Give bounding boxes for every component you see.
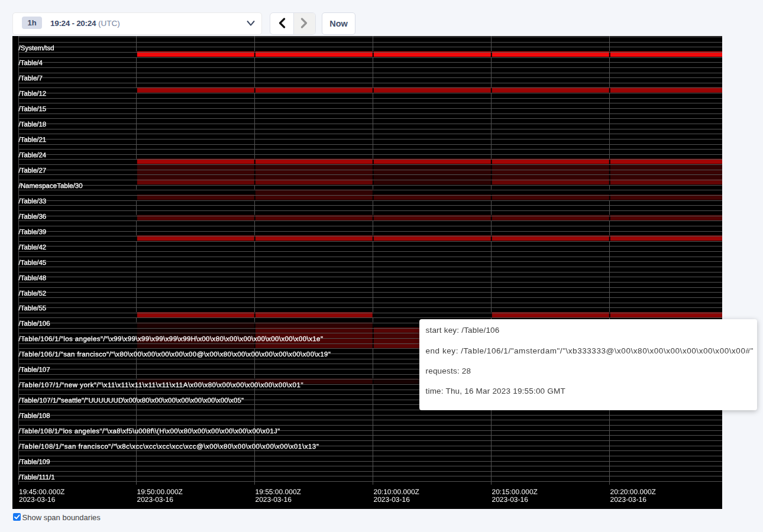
svg-text:2023-03-16: 2023-03-16 — [137, 495, 174, 504]
svg-text:2023-03-16: 2023-03-16 — [19, 495, 56, 504]
svg-text:2023-03-16: 2023-03-16 — [256, 495, 292, 504]
svg-text:/Table/33: /Table/33 — [19, 198, 47, 205]
svg-text:20:10:00.000Z: 20:10:00.000Z — [374, 488, 419, 496]
svg-text:/Table/15: /Table/15 — [19, 106, 47, 113]
svg-text:20:20:00.000Z: 20:20:00.000Z — [610, 488, 656, 496]
svg-text:2023-03-16: 2023-03-16 — [492, 495, 529, 504]
svg-text:/Table/18: /Table/18 — [19, 121, 47, 128]
svg-text:2023-03-16: 2023-03-16 — [610, 495, 647, 504]
svg-text:/Table/108: /Table/108 — [19, 413, 50, 420]
svg-text:/Table/111/1: /Table/111/1 — [19, 474, 55, 481]
svg-text:/Table/36: /Table/36 — [19, 213, 47, 220]
svg-text:/Table/107/1/"new york"/"\x11\: /Table/107/1/"new york"/"\x11\x11\x11\x1… — [19, 382, 303, 389]
svg-text:/Table/106: /Table/106 — [19, 320, 50, 327]
svg-text:/Table/42: /Table/42 — [19, 244, 47, 251]
svg-text:20:15:00.000Z: 20:15:00.000Z — [492, 488, 538, 496]
svg-text:/Table/108/1/"san francisco"/": /Table/108/1/"san francisco"/"\x8c\xcc\x… — [19, 443, 319, 450]
svg-text:/Table/107/1/"seattle"/"UUUUUU: /Table/107/1/"seattle"/"UUUUUUD\x00\x80\… — [19, 397, 244, 404]
svg-text:/Table/106/1/"san francisco"/": /Table/106/1/"san francisco"/"\x80\x00\x… — [19, 351, 331, 358]
svg-text:/Table/7: /Table/7 — [19, 75, 43, 82]
svg-text:/System/tsd: /System/tsd — [19, 45, 54, 52]
svg-text:/Table/12: /Table/12 — [19, 90, 47, 98]
svg-text:2023-03-16: 2023-03-16 — [374, 495, 410, 504]
svg-text:/NamespaceTable/30: /NamespaceTable/30 — [19, 183, 83, 190]
svg-text:19:50:00.000Z: 19:50:00.000Z — [137, 488, 183, 496]
svg-text:/Table/24: /Table/24 — [19, 152, 47, 159]
svg-text:19:55:00.000Z: 19:55:00.000Z — [256, 488, 301, 496]
svg-text:/Table/55: /Table/55 — [19, 305, 47, 312]
svg-text:19:45:00.000Z: 19:45:00.000Z — [19, 488, 64, 496]
svg-text:/Table/4: /Table/4 — [19, 60, 43, 67]
svg-text:/Table/52: /Table/52 — [19, 290, 47, 297]
svg-text:/Table/21: /Table/21 — [19, 137, 47, 144]
svg-text:/Table/27: /Table/27 — [19, 167, 47, 174]
svg-text:/Table/48: /Table/48 — [19, 275, 47, 282]
svg-text:/Table/108/1/"los angeles"/"\x: /Table/108/1/"los angeles"/"\xa8\xf5\u00… — [19, 428, 280, 435]
svg-text:/Table/39: /Table/39 — [19, 229, 47, 236]
svg-text:/Table/106/1/"los angeles"/"\x: /Table/106/1/"los angeles"/"\x99\x99\x99… — [19, 336, 324, 343]
svg-text:/Table/107: /Table/107 — [19, 366, 50, 374]
svg-text:/Table/109: /Table/109 — [19, 459, 50, 466]
svg-text:/Table/45: /Table/45 — [19, 259, 47, 267]
